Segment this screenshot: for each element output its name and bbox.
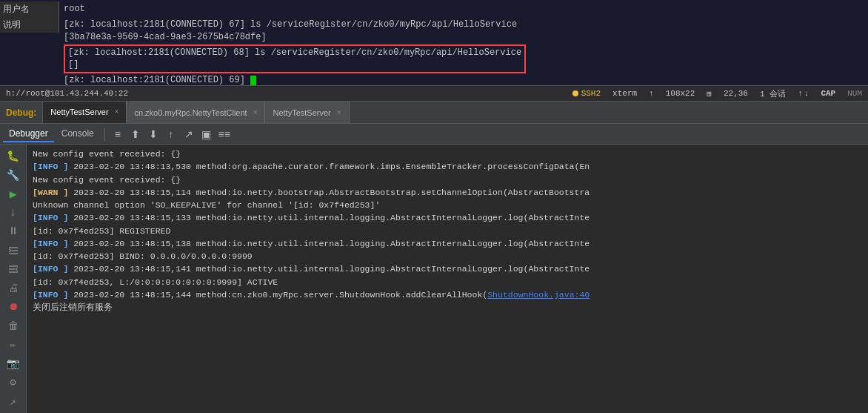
sidebar-gear-icon[interactable]: ⚙ [3, 374, 24, 391]
terminal-label-username: 用户名 [0, 1, 59, 17]
log-line-10: [INFO ] 2023-02-20 13:48:15,141 method:i… [33, 262, 862, 275]
status-size: 108x22 [666, 89, 695, 98]
log-line-4: [WARN ] 2023-02-20 13:48:15,114 method:i… [33, 186, 862, 199]
log-line-3: New config event received: {} [33, 174, 862, 186]
terminal-line-69: [zk: localhost:2181(CONNECTED) 69] [64, 74, 864, 85]
status-ssh2: SSH2 [572, 89, 601, 98]
tab-label-2: cn.zko0.myRpc.NettyTestClient [134, 108, 247, 117]
status-pos: 22,36 [724, 89, 748, 98]
toolbar-run-to-cursor-icon[interactable]: ↗ [181, 126, 197, 142]
sidebar-debug-icon[interactable]: 🐛 [3, 148, 24, 165]
tab-close-2[interactable]: × [253, 108, 258, 116]
tabs-container: NettyTestServer × cn.zko0.myRpc.NettyTes… [43, 102, 868, 123]
sidebar-down-icon[interactable]: ↓ [3, 204, 24, 221]
ide-body: 🐛 🔧 ▶ ↓ ⏸ 🖨 ⏺ 🗑 ✏ 📷 ⚙ ↗ New config event… [0, 145, 868, 413]
tab-label-3: NettyTestServer [273, 108, 330, 117]
status-num: NUM [847, 89, 862, 98]
terminal-row-username: 用户名 root [0, 1, 868, 17]
debug-toolbar: Debugger Console ≡ ⬆ ⬇ ↑ ↗ ▣ ≡≡ [0, 124, 868, 145]
log-line-9: [id: 0x7f4ed253] BIND: 0.0.0.0/0.0.0.0:9… [33, 250, 862, 262]
log-line-7: [id: 0x7f4ed253] REGISTERED [33, 225, 862, 237]
terminal-label-info: 说明 [0, 17, 59, 33]
terminal-value-username: root [59, 1, 868, 17]
log-line-2: [INFO ] 2023-02-20 13:48:13,530 method:o… [33, 160, 862, 173]
terminal-cursor [250, 76, 256, 85]
toolbar-separator [104, 128, 105, 141]
terminal-section: 用户名 root 说明 [zk: localhost:2181(CONNECTE… [0, 0, 868, 85]
sidebar-play-icon[interactable]: ▶ [3, 185, 24, 202]
terminal-line-68-highlighted: [zk: localhost:2181(CONNECTED) 68] ls /s… [64, 44, 526, 74]
status-arrows: ↑ ↓ [798, 89, 809, 98]
sidebar-unindent-icon[interactable] [3, 261, 24, 278]
log-line-1: New config event received: {} [33, 148, 862, 160]
sidebar-wrench-icon[interactable]: 🔧 [3, 166, 24, 183]
tab-close-1[interactable]: × [115, 108, 119, 116]
console-button[interactable]: Console [56, 126, 100, 142]
tab-label-1: NettyTestServer [50, 108, 108, 116]
sidebar-edit-icon[interactable]: ✏ [3, 336, 24, 353]
sidebar-record-icon[interactable]: ⏺ [3, 298, 24, 315]
tab-netty-test-server-2[interactable]: NettyTestServer × [265, 102, 349, 123]
ide-top-bar: Debug: NettyTestServer × cn.zko0.myRpc.N… [0, 102, 868, 124]
arrow-down-icon: ↓ [804, 89, 809, 98]
log-line-6: [INFO ] 2023-02-20 13:48:15,133 method:i… [33, 211, 862, 224]
toolbar-evaluate-icon[interactable]: ▣ [198, 126, 215, 142]
status-size-icon: ↑ [649, 89, 654, 98]
status-cap: CAP [821, 89, 835, 98]
terminal-line-67: [zk: localhost:2181(CONNECTED) 67] ls /s… [64, 19, 864, 31]
tab-close-3[interactable]: × [337, 108, 341, 116]
arrow-up-icon: ↑ [798, 89, 803, 98]
sidebar-delete-icon[interactable]: 🗑 [3, 317, 24, 334]
tab-netty-test-server-1[interactable]: NettyTestServer × [43, 102, 127, 123]
ide-sidebar: 🐛 🔧 ▶ ↓ ⏸ 🖨 ⏺ 🗑 ✏ 📷 ⚙ ↗ [0, 145, 27, 413]
terminal-line-68a: [zk: localhost:2181(CONNECTED) 68] ls /s… [68, 47, 521, 59]
toolbar-step-out-icon[interactable]: ↑ [163, 126, 179, 142]
terminal-line-68b: [] [68, 59, 521, 71]
terminal-line-67b: [3ba78e3a-9569-4cad-9ae3-2675b4c78dfe] [64, 31, 864, 44]
sidebar-print-icon[interactable]: 🖨 [3, 280, 24, 297]
status-session: 1 会话 [760, 88, 786, 99]
log-line-5: Unknown channel option 'SO_KEEPALIVE' fo… [33, 199, 862, 211]
toolbar-list-icon[interactable]: ≡ [110, 126, 126, 142]
terminal-content-info: [zk: localhost:2181(CONNECTED) 67] ls /s… [59, 17, 868, 85]
console-area[interactable]: New config event received: {} [INFO ] 20… [27, 145, 868, 413]
sidebar-indent-icon[interactable] [3, 242, 24, 259]
shutdown-hook-link[interactable]: ShutdownHook.java:40 [487, 290, 590, 300]
status-host: h://root@101.43.244.40:22 [6, 89, 561, 98]
debugger-button[interactable]: Debugger [3, 126, 54, 142]
log-line-11: [id: 0x7f4ed253, L:/0:0:0:0:0:0:0:0:9999… [33, 276, 862, 288]
log-line-12: [INFO ] 2023-02-20 13:48:15,144 method:c… [33, 288, 862, 301]
sidebar-camera-icon[interactable]: 📷 [3, 355, 24, 372]
ide-section: Debug: NettyTestServer × cn.zko0.myRpc.N… [0, 102, 868, 413]
status-size-indicator: ⊞ [707, 89, 712, 99]
toolbar-settings-icon[interactable]: ≡≡ [216, 126, 233, 142]
toolbar-step-over-icon[interactable]: ⬆ [127, 126, 144, 142]
log-line-8: [INFO ] 2023-02-20 13:48:15,138 method:i… [33, 237, 862, 250]
ssh2-dot-icon [572, 90, 578, 96]
status-xterm: xterm [612, 89, 637, 98]
debug-label: Debug: [0, 102, 43, 123]
terminal-row-info: 说明 [zk: localhost:2181(CONNECTED) 67] ls… [0, 17, 868, 85]
log-line-cn: 关闭后注销所有服务 [33, 301, 862, 314]
tab-netty-test-client[interactable]: cn.zko0.myRpc.NettyTestClient × [127, 102, 265, 123]
status-bar: h://root@101.43.244.40:22 SSH2 xterm ↑ 1… [0, 85, 868, 102]
sidebar-pause-icon[interactable]: ⏸ [3, 223, 24, 240]
toolbar-step-into-icon[interactable]: ⬇ [145, 126, 161, 142]
sidebar-link-icon[interactable]: ↗ [3, 392, 24, 409]
